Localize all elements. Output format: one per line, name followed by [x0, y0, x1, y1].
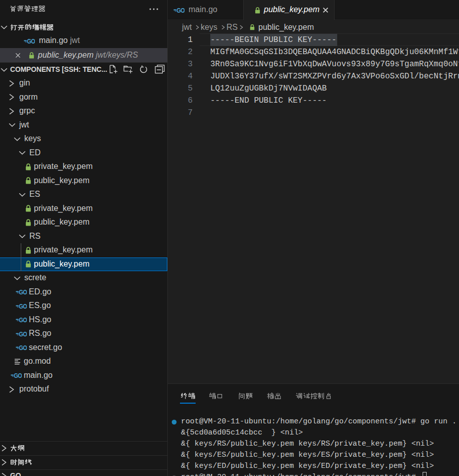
svg-text:GO: GO	[27, 37, 35, 45]
svg-text:GO: GO	[19, 289, 27, 296]
svg-text:GO: GO	[14, 372, 22, 379]
svg-text:GO: GO	[176, 7, 185, 14]
svg-text:GO: GO	[19, 317, 27, 324]
svg-text:GO: GO	[19, 330, 27, 337]
svg-text:GO: GO	[19, 302, 27, 310]
svg-text:GO: GO	[19, 344, 27, 352]
